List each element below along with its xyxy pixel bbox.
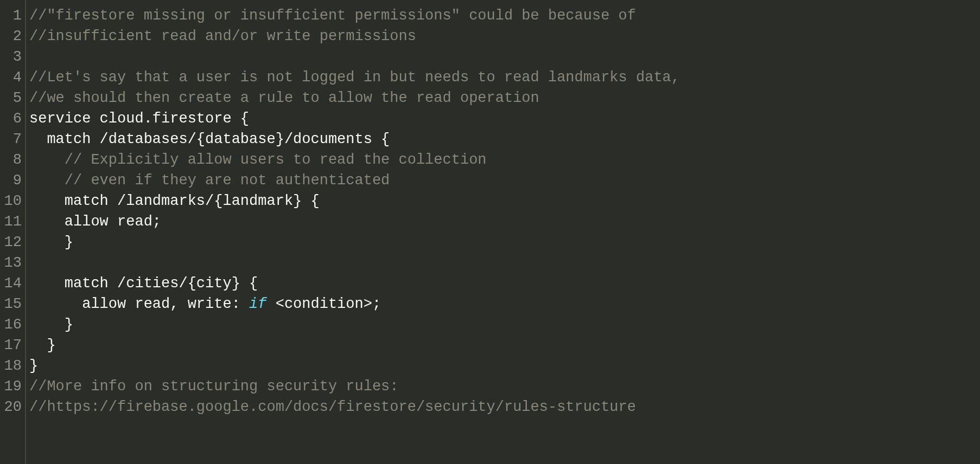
code-token: //More info on structuring security rule… [29,378,408,395]
code-token: allow read; [29,214,161,230]
code-line[interactable]: //Let's say that a user is not logged in… [29,67,980,88]
code-line[interactable]: //More info on structuring security rule… [29,376,980,397]
code-token: //https://firebase.google.com/docs/fires… [29,399,636,415]
code-token: //we should then create a rule to allow … [29,90,539,106]
line-number: 20 [0,397,22,417]
line-number: 8 [0,150,22,170]
code-token: if [249,296,266,312]
code-token: //"firestore missing or insufficient per… [29,8,645,24]
code-line[interactable]: } [29,314,980,335]
code-line[interactable]: //"firestore missing or insufficient per… [29,5,980,26]
code-line[interactable]: match /landmarks/{landmark} { [29,191,980,211]
line-number: 1 [0,5,22,26]
code-line[interactable]: allow read; [29,211,980,232]
code-line[interactable]: service cloud.firestore { [29,108,980,129]
line-number: 11 [0,211,22,232]
code-line[interactable]: match /databases/{database}/documents { [29,129,980,150]
line-number: 19 [0,376,22,397]
line-number: 10 [0,191,22,211]
code-token [29,172,65,189]
code-area[interactable]: //"firestore missing or insufficient per… [26,0,980,464]
code-line[interactable]: //insufficient read and/or write permiss… [29,26,980,47]
code-token [29,152,65,168]
line-number: 9 [0,170,22,191]
code-token: match /landmarks/{landmark} { [29,193,320,209]
code-token: match /cities/{city} { [29,275,258,292]
line-number: 15 [0,294,22,314]
code-line[interactable] [29,253,980,273]
code-line[interactable]: // Explicitly allow users to read the co… [29,150,980,170]
code-token: // even if they are not authenticated [65,172,390,189]
code-line[interactable]: // even if they are not authenticated [29,170,980,191]
line-number: 12 [0,232,22,253]
code-line[interactable]: //we should then create a rule to allow … [29,88,980,108]
line-number: 6 [0,108,22,129]
code-editor[interactable]: 1234567891011121314151617181920 //"fires… [0,0,980,464]
line-number: 2 [0,26,22,47]
code-token: match /databases/{database}/documents { [29,131,390,147]
code-line[interactable]: match /cities/{city} { [29,273,980,294]
code-token: // Explicitly allow users to read the co… [65,152,487,168]
code-line[interactable]: allow read, write: if <condition>; [29,294,980,314]
code-token: } [29,358,38,374]
line-number-gutter: 1234567891011121314151617181920 [0,0,26,464]
line-number: 13 [0,253,22,273]
line-number: 14 [0,273,22,294]
line-number: 4 [0,67,22,88]
code-line[interactable]: } [29,232,980,253]
line-number: 7 [0,129,22,150]
code-token: //insufficient read and/or write permiss… [29,28,416,44]
code-token: <condition>; [266,296,381,312]
line-number: 5 [0,88,22,108]
code-token: } [29,234,109,250]
code-token: } [29,317,73,333]
code-token: } [29,337,56,353]
line-number: 16 [0,314,22,335]
line-number: 18 [0,356,22,376]
line-number: 17 [0,335,22,356]
code-line[interactable]: } [29,335,980,356]
code-token: service cloud.firestore { [29,111,249,127]
line-number: 3 [0,47,22,67]
code-token: //Let's say that a user is not logged in… [29,69,689,86]
code-token: allow read, write: [29,296,249,312]
code-line[interactable]: } [29,356,980,376]
code-line[interactable] [29,47,980,67]
code-line[interactable]: //https://firebase.google.com/docs/fires… [29,397,980,417]
